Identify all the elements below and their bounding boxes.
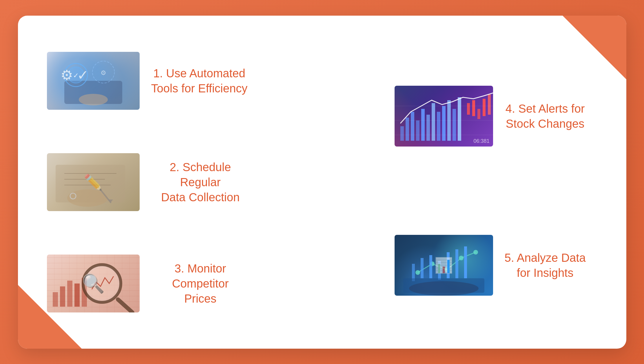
item-3-label: 3. Monitor CompetitorPrices — [151, 261, 250, 306]
svg-rect-54 — [464, 246, 467, 278]
item-1-label: 1. Use AutomatedTools for Efficiency — [151, 66, 248, 96]
list-item: 2. Schedule RegularData Collection — [47, 153, 250, 211]
svg-rect-27 — [421, 109, 425, 141]
svg-rect-30 — [437, 112, 440, 141]
svg-rect-34 — [458, 97, 461, 141]
svg-rect-36 — [472, 100, 475, 116]
svg-rect-50 — [429, 255, 432, 278]
svg-rect-28 — [426, 115, 430, 141]
list-item: 06:381 4. Set Alerts forStock Changes — [395, 86, 586, 147]
left-column: ✓ ⚙ 1. Use AutomatedTools for Efficiency — [47, 33, 250, 331]
svg-rect-39 — [488, 94, 491, 115]
svg-point-2 — [68, 67, 84, 83]
image-data-collection — [47, 153, 140, 211]
list-item: 3. Monitor CompetitorPrices — [47, 255, 250, 312]
svg-rect-26 — [416, 120, 419, 141]
image-competitor — [47, 255, 140, 312]
svg-rect-19 — [82, 278, 87, 307]
slide-content: ✓ ⚙ 1. Use AutomatedTools for Efficiency — [18, 16, 626, 349]
image-analyze — [395, 235, 493, 296]
svg-rect-37 — [477, 109, 480, 119]
svg-rect-18 — [74, 283, 80, 307]
slide-container: ✓ ⚙ 1. Use AutomatedTools for Efficiency — [18, 16, 626, 349]
svg-point-21 — [86, 268, 118, 299]
svg-rect-49 — [421, 258, 424, 278]
svg-point-45 — [444, 267, 449, 272]
svg-rect-24 — [406, 118, 409, 141]
svg-line-22 — [118, 299, 132, 312]
svg-rect-35 — [467, 103, 470, 115]
chart-timestamp: 06:381 — [473, 138, 489, 144]
list-item: 5. Analyze Datafor Insights — [395, 235, 586, 296]
svg-rect-16 — [60, 286, 65, 307]
svg-rect-52 — [447, 252, 450, 278]
svg-text:✓: ✓ — [73, 72, 79, 79]
image-automation: ✓ ⚙ — [47, 52, 140, 110]
svg-point-6 — [79, 94, 108, 105]
svg-rect-38 — [483, 99, 486, 116]
svg-rect-17 — [67, 281, 72, 307]
svg-rect-23 — [400, 126, 404, 141]
svg-rect-25 — [411, 112, 414, 141]
item-5-label: 5. Analyze Datafor Insights — [505, 250, 586, 280]
svg-rect-53 — [455, 249, 458, 278]
spacer — [311, 33, 334, 331]
svg-point-56 — [409, 281, 479, 296]
svg-rect-15 — [53, 292, 58, 307]
list-item: ✓ ⚙ 1. Use AutomatedTools for Efficiency — [47, 52, 248, 110]
svg-rect-51 — [438, 261, 441, 280]
item-4-label: 4. Set Alerts forStock Changes — [505, 101, 586, 131]
right-column: 06:381 4. Set Alerts forStock Changes — [395, 33, 597, 331]
svg-text:⚙: ⚙ — [101, 69, 106, 76]
image-stock-chart: 06:381 — [395, 86, 493, 147]
item-2-label: 2. Schedule RegularData Collection — [151, 160, 250, 205]
svg-rect-33 — [453, 109, 456, 141]
svg-rect-31 — [442, 106, 446, 141]
